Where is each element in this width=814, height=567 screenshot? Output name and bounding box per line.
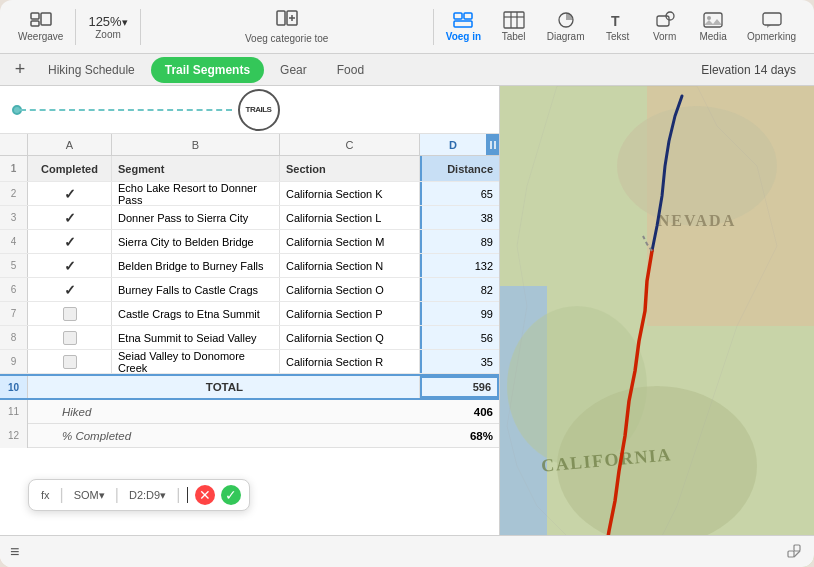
col-d-resize[interactable] <box>487 134 499 155</box>
zoom-value: 125%▾ <box>88 14 127 29</box>
hiked-value: 406 <box>420 406 499 418</box>
elevation-tab[interactable]: Elevation 14 days <box>691 63 806 77</box>
tab-food[interactable]: Food <box>323 57 378 83</box>
total-row[interactable]: 10 TOTAL 596 <box>0 374 499 400</box>
tab-gear[interactable]: Gear <box>266 57 321 83</box>
col-header-a[interactable]: A <box>28 134 112 155</box>
cell-section[interactable]: California Section L <box>280 206 420 229</box>
cell-completed[interactable] <box>28 350 112 373</box>
logo-area: TRAILS <box>0 86 499 134</box>
opmerking-button[interactable]: Opmerking <box>739 7 804 46</box>
voeg-in-label: Voeg in <box>446 31 481 42</box>
svg-line-31 <box>794 551 800 557</box>
col-header-b[interactable]: B <box>112 134 280 155</box>
diagram-button[interactable]: Diagram <box>538 7 593 46</box>
main-content: TRAILS A B C D 1 Completed Seg <box>0 86 814 567</box>
cell-section[interactable]: California Section N <box>280 254 420 277</box>
tab-add-button[interactable]: + <box>8 58 32 82</box>
row-num: 5 <box>0 254 28 277</box>
table-row: 5 ✓ Belden Bridge to Burney Falls Califo… <box>0 254 499 278</box>
cell-distance[interactable]: 65 <box>420 182 499 205</box>
cell-segment[interactable]: Burney Falls to Castle Crags <box>112 278 280 301</box>
cell-completed[interactable] <box>28 302 112 325</box>
cell-section[interactable]: California Section Q <box>280 326 420 349</box>
tab-trail-segments[interactable]: Trail Segments <box>151 57 264 83</box>
formula-cursor <box>187 487 188 503</box>
cell-segment[interactable]: Etna Summit to Seiad Valley <box>112 326 280 349</box>
cell-segment[interactable]: Echo Lake Resort to Donner Pass <box>112 182 280 205</box>
hamburger-button[interactable]: ≡ <box>10 543 19 561</box>
svg-text:T: T <box>611 13 620 29</box>
zoom-section[interactable]: 125%▾ Zoom <box>80 10 135 44</box>
view-button[interactable]: Weergave <box>10 7 71 46</box>
cell-completed[interactable]: ✓ <box>28 254 112 277</box>
col-header-row <box>0 134 28 155</box>
cell-distance[interactable]: 35 <box>420 350 499 373</box>
formula-fx-button[interactable]: fx <box>37 487 54 503</box>
hiked-row: 11 Hiked 406 <box>0 400 499 424</box>
formula-confirm-button[interactable]: ✓ <box>221 485 241 505</box>
media-label: Media <box>699 31 726 42</box>
pct-row: 12 % Completed 68% <box>0 424 499 448</box>
cell-section[interactable]: California Section R <box>280 350 420 373</box>
formula-cancel-button[interactable]: ✕ <box>195 485 215 505</box>
cell-distance[interactable]: 99 <box>420 302 499 325</box>
cell-completed[interactable]: ✓ <box>28 206 112 229</box>
cell-distance[interactable]: 38 <box>420 206 499 229</box>
svg-point-19 <box>707 16 711 20</box>
row-num: 7 <box>0 302 28 325</box>
cell-distance[interactable]: 56 <box>420 326 499 349</box>
cell-segment[interactable]: Castle Crags to Etna Summit <box>112 302 280 325</box>
cell-distance[interactable]: 89 <box>420 230 499 253</box>
cell-b-1[interactable]: Segment <box>112 156 280 181</box>
voeg-in-button[interactable]: Voeg in <box>438 7 489 46</box>
add-category-button[interactable]: Voeg categorie toe <box>235 5 338 48</box>
cell-segment[interactable]: Seiad Valley to Donomore Creek <box>112 350 280 373</box>
tabel-button[interactable]: Tabel <box>491 7 536 46</box>
cell-completed[interactable] <box>28 326 112 349</box>
svg-rect-10 <box>504 12 524 28</box>
tekst-button[interactable]: T Tekst <box>595 7 640 46</box>
cell-total-label[interactable]: TOTAL <box>28 376 420 398</box>
cell-segment[interactable]: Belden Bridge to Burney Falls <box>112 254 280 277</box>
cell-distance[interactable]: 82 <box>420 278 499 301</box>
nevada-label: NEVADA <box>658 212 736 229</box>
formula-func-selector[interactable]: SOM▾ <box>70 487 109 504</box>
cell-c-1[interactable]: Section <box>280 156 420 181</box>
svg-rect-3 <box>277 11 285 25</box>
table-row: 7 Castle Crags to Etna Summit California… <box>0 302 499 326</box>
col-header-d[interactable]: D <box>420 134 487 155</box>
svg-rect-7 <box>454 13 462 19</box>
vorm-button[interactable]: Vorm <box>642 7 687 46</box>
svg-rect-9 <box>454 21 472 27</box>
formula-range-selector[interactable]: D2:D9▾ <box>125 487 170 504</box>
tab-hiking-schedule[interactable]: Hiking Schedule <box>34 57 149 83</box>
table-row: 8 Etna Summit to Seiad Valley California… <box>0 326 499 350</box>
cell-segment[interactable]: Donner Pass to Sierra City <box>112 206 280 229</box>
cell-section[interactable]: California Section P <box>280 302 420 325</box>
table-row: 2 ✓ Echo Lake Resort to Donner Pass Cali… <box>0 182 499 206</box>
cell-completed[interactable]: ✓ <box>28 278 112 301</box>
resize-handle[interactable] <box>784 541 804 561</box>
cell-segment[interactable]: Sierra City to Belden Bridge <box>112 230 280 253</box>
cell-section[interactable]: California Section K <box>280 182 420 205</box>
map-svg: NEVADA CALIFORNIA <box>500 86 814 567</box>
svg-rect-8 <box>464 13 472 19</box>
view-icon <box>30 11 52 29</box>
cell-a-1[interactable]: Completed <box>28 156 112 181</box>
cell-completed[interactable]: ✓ <box>28 230 112 253</box>
map-area: NEVADA CALIFORNIA <box>500 86 814 567</box>
tabel-label: Tabel <box>502 31 526 42</box>
cell-distance[interactable]: 132 <box>420 254 499 277</box>
bottom-bar: ≡ <box>0 535 814 567</box>
cell-completed[interactable]: ✓ <box>28 182 112 205</box>
cell-section[interactable]: California Section O <box>280 278 420 301</box>
vorm-icon <box>654 11 676 29</box>
cell-d-1[interactable]: Distance <box>420 156 499 181</box>
cell-section[interactable]: California Section M <box>280 230 420 253</box>
table-row: 4 ✓ Sierra City to Belden Bridge Califor… <box>0 230 499 254</box>
col-header-c[interactable]: C <box>280 134 420 155</box>
cell-total-value[interactable]: 596 <box>420 376 499 398</box>
media-button[interactable]: Media <box>689 7 737 46</box>
svg-rect-0 <box>31 13 39 19</box>
